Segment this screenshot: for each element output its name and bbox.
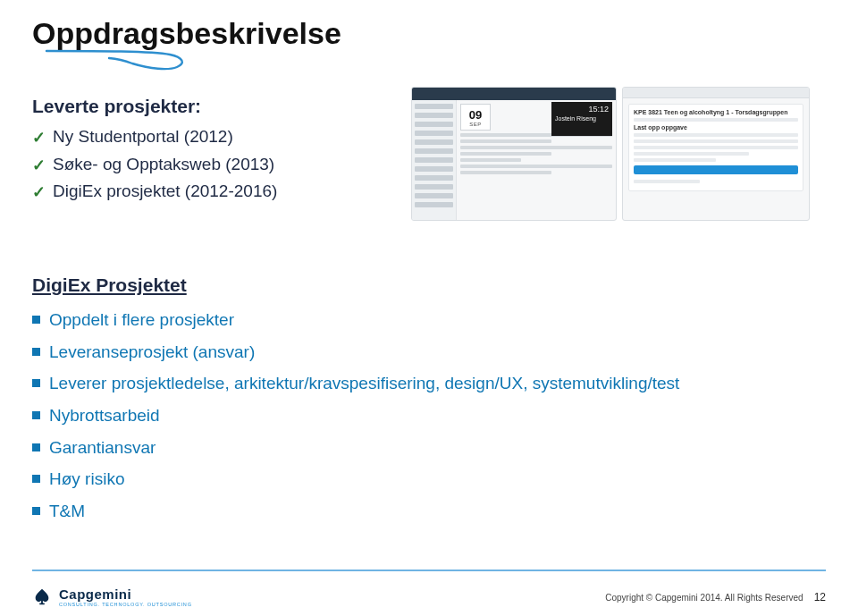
digix-list: Oppdelt i flere prosjekter Leveransepros… xyxy=(32,308,826,522)
list-item: T&M xyxy=(32,500,826,523)
screenshot-sidebar xyxy=(412,100,457,220)
square-bullet-icon xyxy=(32,507,40,515)
delivered-heading: Leverte prosjekter: xyxy=(32,96,390,117)
screenshot-studentportal: 09 SEP 15:12 Jostein Riseng xyxy=(411,87,617,221)
list-item: Leveranseprosjekt (ansvar) xyxy=(32,341,826,364)
digix-item-label: Nybrottsarbeid xyxy=(49,404,160,427)
list-item: Oppdelt i flere prosjekter xyxy=(32,308,826,332)
list-item: ✓Ny Studentportal (2012) xyxy=(32,126,390,148)
square-bullet-icon xyxy=(32,411,40,419)
square-bullet-icon xyxy=(32,348,40,356)
date-month: SEP xyxy=(469,122,482,127)
logo-tagline: CONSULTING. TECHNOLOGY. OUTSOURCING xyxy=(59,603,192,608)
digix-item-label: T&M xyxy=(49,500,85,523)
screenshot-topbar xyxy=(412,88,616,100)
screenshot-row: 09 SEP 15:12 Jostein Riseng xyxy=(411,87,826,221)
footer-rule xyxy=(32,570,826,571)
slide: Oppdragsbeskrivelse Leverte prosjekter: … xyxy=(0,0,858,616)
screenshot-opptaksweb: KPE 3821 Teen og alcoholtyng 1 - Torsdag… xyxy=(622,87,810,221)
screenshot-clock-panel: 15:12 Jostein Riseng xyxy=(551,102,612,136)
page-title: Oppdragsbeskrivelse xyxy=(32,16,826,51)
digix-item-label: Høy risiko xyxy=(49,468,124,491)
capgemini-logo: Capgemini CONSULTING. TECHNOLOGY. OUTSOU… xyxy=(32,587,192,608)
page-number: 12 xyxy=(814,591,826,603)
screenshot-topbar xyxy=(623,88,809,98)
list-item: Garantiansvar xyxy=(32,436,826,460)
delivered-list: ✓Ny Studentportal (2012) ✓Søke- og Oppta… xyxy=(32,126,390,203)
list-item: Nybrottsarbeid xyxy=(32,404,826,427)
digix-item-label: Garantiansvar xyxy=(49,436,156,460)
digix-item-label: Leverer prosjektledelse, arkitektur/krav… xyxy=(49,372,679,395)
left-column: Leverte prosjekter: ✓Ny Studentportal (2… xyxy=(32,87,390,221)
screenshot-bluebar xyxy=(634,165,798,174)
list-item: Leverer prosjektledelse, arkitektur/krav… xyxy=(32,372,826,395)
list-item: ✓DigiEx prosjektet (2012-2016) xyxy=(32,181,390,203)
check-icon: ✓ xyxy=(32,156,46,176)
content-row: Leverte prosjekter: ✓Ny Studentportal (2… xyxy=(32,87,826,221)
right-column: 09 SEP 15:12 Jostein Riseng xyxy=(411,87,826,221)
list-item: ✓Søke- og Opptaksweb (2013) xyxy=(32,154,390,176)
digix-heading: DigiEx Prosjektet xyxy=(32,274,826,296)
list-item: Høy risiko xyxy=(32,468,826,491)
digix-item-label: Oppdelt i flere prosjekter xyxy=(49,308,234,332)
check-icon: ✓ xyxy=(32,182,46,203)
clock-name: Jostein Riseng xyxy=(555,115,609,122)
date-widget: 09 SEP xyxy=(460,104,491,131)
square-bullet-icon xyxy=(32,316,40,324)
panel-subheading: Last opp oppgave xyxy=(634,124,798,131)
footer: Capgemini CONSULTING. TECHNOLOGY. OUTSOU… xyxy=(0,570,858,616)
delivered-item-label: Søke- og Opptaksweb (2013) xyxy=(53,154,274,175)
check-icon: ✓ xyxy=(32,128,46,148)
clock-time: 15:12 xyxy=(555,105,609,114)
digix-item-label: Leveranseprosjekt (ansvar) xyxy=(49,341,255,364)
screenshot-panel: KPE 3821 Teen og alcoholtyng 1 - Torsdag… xyxy=(628,104,803,191)
logo-name: Capgemini xyxy=(59,587,192,601)
square-bullet-icon xyxy=(32,379,40,387)
delivered-item-label: Ny Studentportal (2012) xyxy=(53,126,233,148)
spade-icon xyxy=(32,587,52,607)
panel-heading: KPE 3821 Teen og alcoholtyng 1 - Torsdag… xyxy=(634,109,798,115)
square-bullet-icon xyxy=(32,475,40,483)
copyright-text: Copyright © Capgemini 2014. All Rights R… xyxy=(605,593,803,603)
date-day: 09 xyxy=(469,108,482,122)
delivered-item-label: DigiEx prosjektet (2012-2016) xyxy=(53,181,277,202)
square-bullet-icon xyxy=(32,443,40,451)
title-underline-swirl xyxy=(45,49,188,76)
copyright-block: Copyright © Capgemini 2014. All Rights R… xyxy=(605,591,826,603)
